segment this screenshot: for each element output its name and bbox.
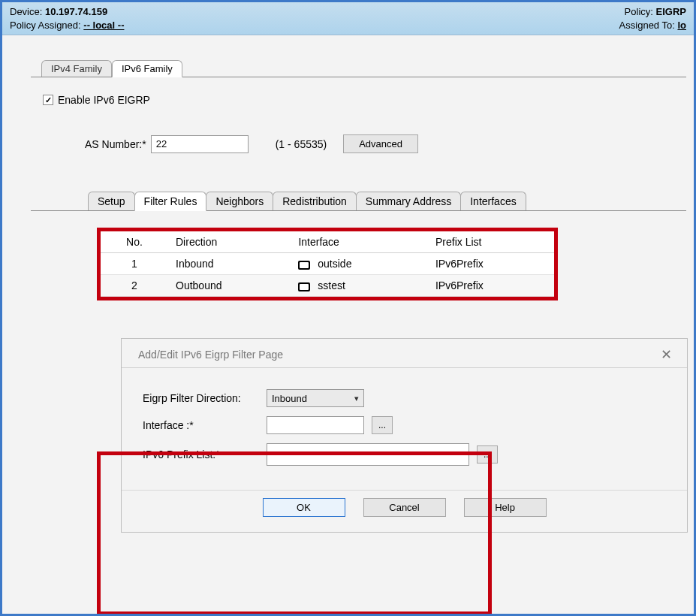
cell-direction: Inbound <box>168 253 291 275</box>
tab-ipv4-family[interactable]: IPv4 Family <box>41 60 112 77</box>
col-no: No. <box>101 231 168 253</box>
filter-direction-value: Inbound <box>272 393 307 404</box>
dialog-header: Add/Edit IPv6 Eigrp Filter Page ✕ <box>122 339 687 368</box>
as-number-input[interactable] <box>151 135 249 153</box>
row-prefix-list: IPv6 Prefix List:* ... <box>143 443 666 466</box>
interface-browse-button[interactable]: ... <box>372 416 393 434</box>
cell-interface: outside <box>291 253 428 275</box>
device-label: Device: <box>10 6 42 17</box>
header-right: Policy: EIGRP Assigned To: lo <box>619 5 686 32</box>
cell-direction: Outbound <box>168 275 291 297</box>
tab-summary-address[interactable]: Summary Address <box>356 192 461 210</box>
tab-filter-rules[interactable]: Filter Rules <box>134 192 207 211</box>
ok-button[interactable]: OK <box>263 498 345 517</box>
interface-icon <box>298 261 310 270</box>
cell-prefix: IPv6Prefix <box>428 253 554 275</box>
as-number-range: (1 - 65535) <box>276 138 327 150</box>
filter-direction-label: Eigrp Filter Direction: <box>143 392 259 404</box>
header-left: Device: 10.197.74.159 Policy Assigned: -… <box>10 5 124 32</box>
interface-label: Interface :* <box>143 419 259 431</box>
dialog-actions: OK Cancel Help <box>122 490 687 532</box>
config-tabstrip: Setup Filter Rules Neighbors Redistribut… <box>88 191 686 210</box>
content-area: IPv4 Family IPv6 Family Enable IPv6 EIGR… <box>2 35 694 548</box>
interface-input[interactable] <box>267 416 364 434</box>
as-number-label: AS Number:* <box>85 138 146 150</box>
cell-no: 1 <box>101 253 168 275</box>
cell-prefix: IPv6Prefix <box>428 275 554 297</box>
cell-interface-name: sstest <box>318 279 345 291</box>
add-edit-filter-dialog: Add/Edit IPv6 Eigrp Filter Page ✕ Eigrp … <box>121 338 688 533</box>
col-prefix-list: Prefix List <box>428 231 554 253</box>
tab-ipv6-family[interactable]: IPv6 Family <box>112 60 182 77</box>
header-bar: Device: 10.197.74.159 Policy Assigned: -… <box>2 2 694 35</box>
col-direction: Direction <box>168 231 291 253</box>
cell-no: 2 <box>101 275 168 297</box>
table-row[interactable]: 1 Inbound outside IPv6Prefix <box>101 253 554 275</box>
assigned-to-value[interactable]: lo <box>677 20 686 31</box>
assigned-to-label: Assigned To: <box>619 20 675 31</box>
as-number-row: AS Number:* (1 - 65535) Advanced <box>85 134 686 153</box>
col-interface: Interface <box>291 231 428 253</box>
row-interface: Interface :* ... <box>143 416 666 434</box>
cell-interface: sstest <box>291 275 428 297</box>
policy-label: Policy: <box>625 6 653 17</box>
tab-setup[interactable]: Setup <box>88 192 135 210</box>
table-header-row: No. Direction Interface Prefix List <box>101 231 554 253</box>
policy-assigned-label: Policy Assigned: <box>10 20 81 31</box>
table-row[interactable]: 2 Outbound sstest IPv6Prefix <box>101 275 554 297</box>
tab-redistribution[interactable]: Redistribution <box>273 192 357 210</box>
dialog-title: Add/Edit IPv6 Eigrp Filter Page <box>138 349 283 361</box>
help-button[interactable]: Help <box>464 498 547 517</box>
policy-assigned-value[interactable]: -- local -- <box>83 20 124 31</box>
tab-neighbors[interactable]: Neighbors <box>206 192 273 210</box>
filter-direction-select[interactable]: Inbound ▾ <box>267 389 364 407</box>
enable-ipv6-eigrp-label: Enable IPv6 EIGRP <box>58 94 150 106</box>
close-icon[interactable]: ✕ <box>658 346 675 363</box>
config-tab-underline <box>31 210 686 211</box>
row-filter-direction: Eigrp Filter Direction: Inbound ▾ <box>143 389 666 407</box>
chevron-down-icon: ▾ <box>354 394 359 403</box>
filter-rules-table: No. Direction Interface Prefix List 1 In… <box>101 231 554 297</box>
app-window: Device: 10.197.74.159 Policy Assigned: -… <box>0 0 696 616</box>
cancel-button[interactable]: Cancel <box>363 498 446 517</box>
prefix-list-input[interactable] <box>267 443 469 466</box>
device-value: 10.197.74.159 <box>45 6 107 17</box>
advanced-button[interactable]: Advanced <box>343 134 418 153</box>
enable-ipv6-eigrp-row: Enable IPv6 EIGRP <box>43 94 686 106</box>
prefix-list-label: IPv6 Prefix List:* <box>143 448 259 460</box>
cell-interface-name: outside <box>318 258 351 270</box>
policy-value: EIGRP <box>656 6 686 17</box>
dialog-body: Eigrp Filter Direction: Inbound ▾ Interf… <box>122 368 687 490</box>
filter-rules-table-highlight: No. Direction Interface Prefix List 1 In… <box>97 228 558 300</box>
prefix-list-browse-button[interactable]: ... <box>477 445 498 464</box>
interface-icon <box>298 282 310 291</box>
family-tabstrip: IPv4 Family IPv6 Family <box>41 58 686 77</box>
enable-ipv6-eigrp-checkbox[interactable] <box>43 95 53 105</box>
tab-interfaces[interactable]: Interfaces <box>460 192 526 210</box>
